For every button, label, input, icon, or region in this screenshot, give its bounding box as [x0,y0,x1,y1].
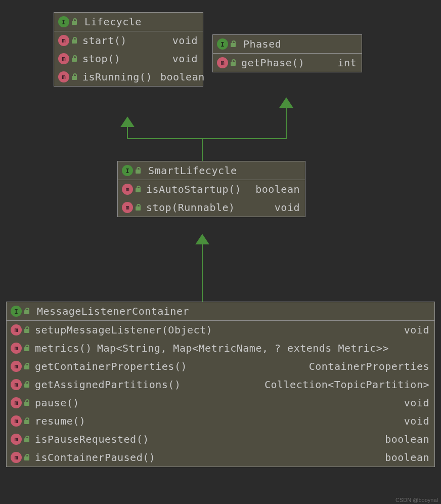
method-return-type: void [396,397,429,409]
interface-icon: I [122,165,133,176]
watermark-text: CSDN @booynal [395,497,438,503]
class-header: I Lifecycle [54,13,203,31]
method-name: getContainerProperties() [35,360,187,372]
lock-icon [135,186,142,193]
method-icon: m [11,324,22,335]
method-name: stop() [82,53,120,65]
method-icon: m [11,397,22,408]
method-row[interactable]: m isAutoStartup() boolean [118,180,305,198]
method-row[interactable]: m isRunning() boolean [54,68,203,86]
method-name: start() [82,34,127,47]
method-name: pause() [35,397,79,409]
method-icon: m [11,361,22,372]
method-row[interactable]: m metrics() Map<String, Map<MetricName, … [7,339,434,357]
method-name: resume() [35,415,85,427]
lock-icon [71,18,78,25]
method-name: stop(Runnable) [146,201,235,214]
method-icon: m [58,35,69,46]
method-icon: m [11,343,22,354]
method-icon: m [58,71,69,82]
method-row[interactable]: m setupMessageListener(Object) void [7,321,434,339]
method-row[interactable]: m stop(Runnable) void [118,198,305,217]
method-row[interactable]: m isContainerPaused() boolean [7,448,434,467]
method-return-type: ContainerProperties [301,360,429,372]
method-return-type: boolean [247,183,300,195]
class-box-phased[interactable]: I Phased m getPhase() int [212,34,362,72]
method-name: metrics() [35,342,92,354]
class-body: m isAutoStartup() boolean m stop(Runnabl… [118,180,305,217]
method-name: getPhase() [241,57,304,69]
lock-icon [24,326,31,333]
interface-icon: I [217,38,228,50]
method-row[interactable]: m getContainerProperties() ContainerProp… [7,357,434,375]
method-icon: m [58,53,69,64]
method-return-type: void [396,324,429,336]
method-row[interactable]: m getPhase() int [213,54,362,72]
method-row[interactable]: m resume() void [7,412,434,430]
lock-icon [135,167,142,174]
interface-icon: I [11,306,22,317]
lock-icon [24,417,31,425]
lock-icon [230,40,237,48]
method-row[interactable]: m start() void [54,31,203,50]
class-box-messagelistenercontainer[interactable]: I MessageListenerContainer m setupMessag… [6,302,435,467]
class-name: SmartLifecycle [148,164,237,177]
lock-icon [24,308,31,315]
method-row[interactable]: m getAssignedPartitions() Collection<Top… [7,375,434,394]
method-return-type: Collection<TopicPartition> [256,379,429,391]
method-row[interactable]: m isPauseRequested() boolean [7,430,434,448]
method-return-type: boolean [377,433,429,445]
lock-icon [24,454,31,461]
method-icon: m [11,379,22,390]
method-name: isRunning() [82,71,152,83]
class-box-lifecycle[interactable]: I Lifecycle m start() void m stop() void… [54,12,203,87]
class-name: Phased [243,38,281,50]
lock-icon [24,345,31,352]
method-name: isContainerPaused() [35,451,155,464]
method-icon: m [11,452,22,463]
class-body: m getPhase() int [213,54,362,72]
method-name: getAssignedPartitions() [35,379,181,391]
method-name: isPauseRequested() [35,433,149,445]
lock-icon [24,399,31,406]
method-icon: m [11,434,22,445]
class-header: I Phased [213,35,362,54]
class-body: m setupMessageListener(Object) void m me… [7,321,434,467]
method-icon: m [11,415,22,427]
class-box-smartlifecycle[interactable]: I SmartLifecycle m isAutoStartup() boole… [117,161,305,217]
interface-icon: I [58,16,69,27]
method-return-type: Map<String, Map<MetricName, ? extends Me… [92,342,389,354]
method-return-type: void [267,201,300,214]
method-icon: m [122,202,133,213]
class-header: I MessageListenerContainer [7,302,434,321]
method-icon: m [217,57,228,68]
class-name: MessageListenerContainer [37,305,189,317]
method-return-type: void [396,415,429,427]
class-name: Lifecycle [84,16,142,28]
class-body: m start() void m stop() void m isRunning… [54,31,203,86]
lock-icon [24,381,31,388]
method-row[interactable]: m pause() void [7,394,434,412]
method-return-type: int [329,57,357,69]
lock-icon [24,436,31,443]
method-row[interactable]: m stop() void [54,50,203,68]
lock-icon [230,59,237,66]
lock-icon [71,37,78,44]
diagram-canvas: I Lifecycle m start() void m stop() void… [0,0,441,504]
lock-icon [71,55,78,62]
method-name: setupMessageListener(Object) [35,324,212,336]
class-header: I SmartLifecycle [118,161,305,180]
lock-icon [71,73,78,80]
method-return-type: boolean [377,451,429,464]
method-return-type: void [164,34,198,47]
method-return-type: boolean [152,71,205,83]
lock-icon [24,363,31,370]
method-name: isAutoStartup() [146,183,241,195]
method-icon: m [122,184,133,195]
method-return-type: void [164,53,198,65]
lock-icon [135,204,142,211]
